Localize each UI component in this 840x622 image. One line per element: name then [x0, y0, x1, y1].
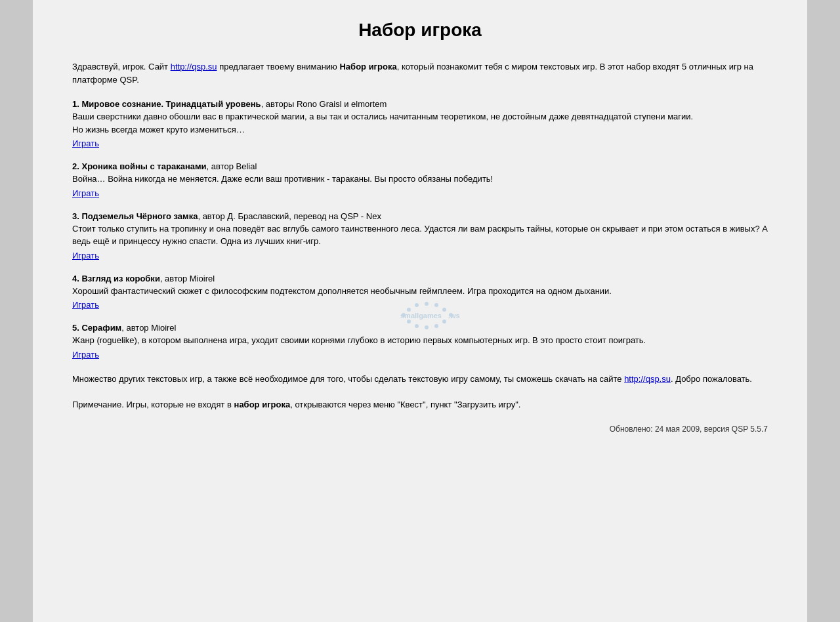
play-link-3[interactable]: Играть: [72, 251, 768, 260]
svg-point-13: [449, 313, 453, 317]
footer-download-text: Множество других текстовых игр, а также …: [72, 373, 768, 386]
game-section-5: 5. Серафим, автор Mioirel Жанр (roguelik…: [72, 323, 768, 360]
footer-note-before: Примечание. Игры, которые не входят в: [72, 400, 234, 409]
footer-note-paragraph: Примечание. Игры, которые не входят в на…: [72, 398, 768, 411]
game-description-5: Жанр (roguelike), в котором выполнена иг…: [72, 334, 768, 347]
game-description-4: Хороший фантастический сюжет с философск…: [72, 285, 768, 298]
play-link-5[interactable]: Играть: [72, 350, 768, 360]
game-section-2: 2. Хроника войны с тараканами, автор Bel…: [72, 161, 768, 198]
page-wrapper: Набор игрока Здравствуй, игрок. Сайт htt…: [33, 0, 807, 622]
footer-note-bold: набор игрока: [234, 400, 291, 409]
game-title-5: 5. Серафим: [72, 323, 121, 333]
game-authors-1: , авторы Rono Graisl и elmortem: [261, 99, 387, 109]
game-description-3: Стоит только ступить на тропинку и она п…: [72, 222, 768, 248]
svg-text:.ws: .ws: [448, 312, 460, 320]
footer-text-after: . Добро пожаловать.: [671, 374, 752, 384]
play-link-4[interactable]: Играть: [72, 300, 768, 310]
game-authors-4: , автор Mioirel: [160, 274, 215, 283]
game-authors-3: , автор Д. Браславский, перевод на QSP -…: [198, 211, 381, 221]
svg-text:smallgames: smallgames: [400, 312, 442, 320]
game-title-3: 3. Подземелья Чёрного замка: [72, 211, 198, 221]
game-section-3: 3. Подземелья Чёрного замка, автор Д. Бр…: [72, 211, 768, 260]
game-title-1: 1. Мировое сознание. Тринадцатый уровень: [72, 99, 261, 109]
game-section-1: 1. Мировое сознание. Тринадцатый уровень…: [72, 99, 768, 148]
game-section-4: 4. Взгляд из коробки, автор Mioirel Хоро…: [72, 274, 768, 310]
play-link-2[interactable]: Играть: [72, 188, 768, 198]
game-authors-5: , автор Mioirel: [121, 323, 176, 333]
intro-paragraph: Здравствуй, игрок. Сайт http://qsp.su пр…: [72, 60, 768, 86]
footer-text-before: Множество других текстовых игр, а также …: [72, 374, 624, 384]
game-title-4: 4. Взгляд из коробки: [72, 274, 160, 283]
game-description-2: Война… Война никогда не меняется. Даже е…: [72, 173, 768, 186]
footer-note-after: , открываются через меню "Квест", пункт …: [290, 400, 520, 409]
intro-text-before-link: Здравствуй, игрок. Сайт: [72, 62, 171, 72]
game-title-2: 2. Хроника войны с тараканами: [72, 161, 207, 171]
qsp-link-footer[interactable]: http://qsp.su: [624, 374, 671, 384]
play-link-1[interactable]: Играть: [72, 138, 768, 148]
svg-point-12: [402, 313, 406, 317]
intro-text-after-link: предлагает твоему вниманию: [217, 62, 340, 72]
game-authors-2: , автор Belial: [207, 161, 257, 171]
intro-bold: Набор игрока: [339, 62, 396, 72]
qsp-link-intro[interactable]: http://qsp.su: [171, 62, 217, 72]
updated-text: Обновлено: 24 мая 2009, версия QSP 5.5.7: [72, 425, 768, 434]
page-title: Набор игрока: [72, 20, 768, 41]
game-description-1: Ваши сверстники давно обошли вас в практ…: [72, 110, 768, 136]
